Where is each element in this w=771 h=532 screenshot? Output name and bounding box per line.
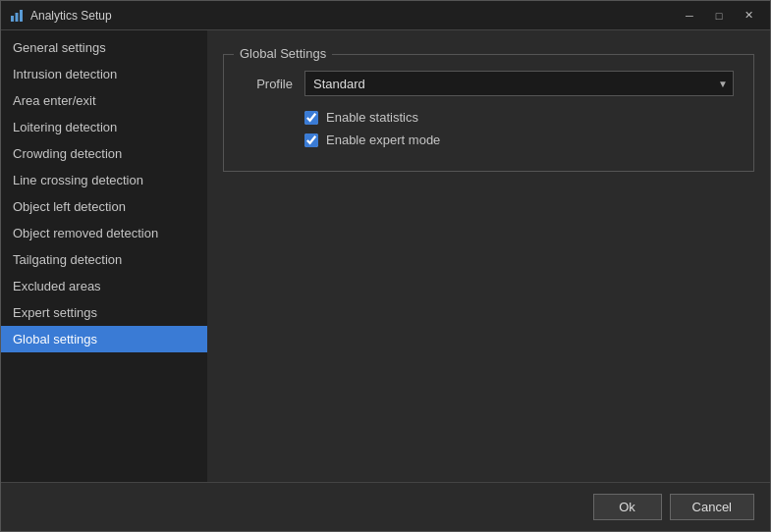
global-settings-group: Global Settings Profile StandardAdvanced…	[223, 54, 754, 172]
sidebar-item-loitering-detection[interactable]: Loitering detection	[1, 114, 207, 140]
sidebar-item-object-removed-detection[interactable]: Object removed detection	[1, 220, 207, 246]
sidebar-item-area-enter-exit[interactable]: Area enter/exit	[1, 87, 207, 114]
title-bar: Analytics Setup ─ □ ✕	[1, 1, 770, 30]
maximize-button[interactable]: □	[705, 6, 733, 26]
svg-rect-2	[20, 10, 23, 22]
footer: Ok Cancel	[1, 482, 770, 531]
sidebar: General settingsIntrusion detectionArea …	[1, 30, 207, 482]
enable-expert-mode-checkbox[interactable]	[304, 133, 318, 147]
profile-row: Profile StandardAdvancedCustom ▼	[244, 71, 734, 96]
sidebar-item-excluded-areas[interactable]: Excluded areas	[1, 273, 207, 299]
enable-expert-mode-row: Enable expert mode	[244, 133, 734, 147]
minimize-button[interactable]: ─	[676, 6, 703, 26]
enable-statistics-row: Enable statistics	[244, 110, 734, 125]
sidebar-item-global-settings[interactable]: Global settings	[1, 326, 207, 352]
cancel-button[interactable]: Cancel	[670, 494, 754, 520]
content-area: General settingsIntrusion detectionArea …	[1, 30, 770, 482]
svg-rect-1	[16, 13, 19, 22]
analytics-setup-window: Analytics Setup ─ □ ✕ General settingsIn…	[0, 0, 771, 532]
close-button[interactable]: ✕	[735, 6, 762, 26]
sidebar-item-expert-settings[interactable]: Expert settings	[1, 299, 207, 326]
sidebar-item-tailgating-detection[interactable]: Tailgating detection	[1, 246, 207, 273]
main-panel: Global Settings Profile StandardAdvanced…	[207, 30, 770, 482]
enable-statistics-label[interactable]: Enable statistics	[326, 110, 418, 125]
sidebar-item-intrusion-detection[interactable]: Intrusion detection	[1, 61, 207, 87]
window-title: Analytics Setup	[30, 9, 676, 23]
profile-select-wrapper: StandardAdvancedCustom ▼	[304, 71, 734, 96]
enable-expert-mode-label[interactable]: Enable expert mode	[326, 133, 440, 147]
enable-statistics-checkbox[interactable]	[304, 111, 318, 125]
window-controls: ─ □ ✕	[676, 6, 762, 26]
profile-select[interactable]: StandardAdvancedCustom	[304, 71, 734, 96]
ok-button[interactable]: Ok	[593, 494, 662, 520]
profile-label: Profile	[244, 77, 293, 91]
sidebar-item-general-settings[interactable]: General settings	[1, 34, 207, 61]
group-title: Global Settings	[234, 46, 332, 61]
sidebar-item-object-left-detection[interactable]: Object left detection	[1, 193, 207, 220]
app-icon	[9, 8, 25, 24]
sidebar-item-line-crossing-detection[interactable]: Line crossing detection	[1, 167, 207, 193]
sidebar-item-crowding-detection[interactable]: Crowding detection	[1, 140, 207, 167]
svg-rect-0	[11, 16, 14, 22]
